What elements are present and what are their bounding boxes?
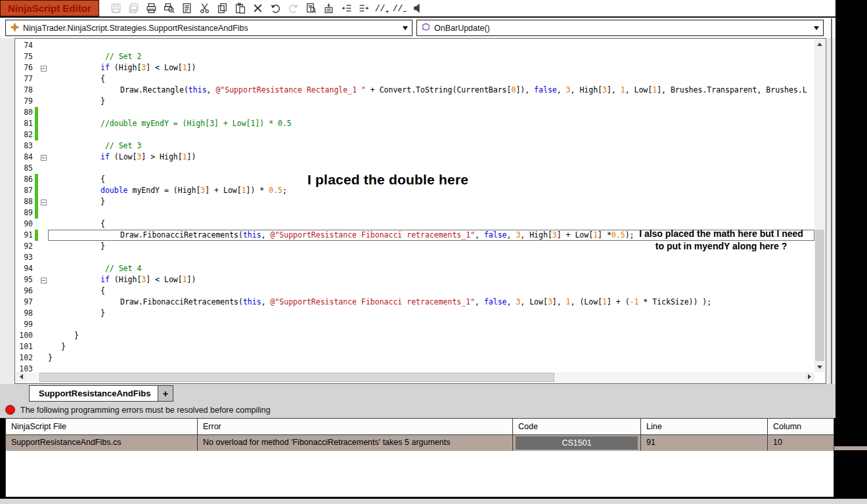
code-segment: } bbox=[100, 197, 105, 206]
chevron-down-icon bbox=[814, 26, 819, 30]
remove-comment-icon[interactable]: //− bbox=[392, 1, 408, 16]
code-segment: ] + Low[ bbox=[557, 230, 593, 240]
column-header-ninjascript-file[interactable]: NinjaScript File bbox=[6, 419, 198, 434]
scroll-left-button[interactable] bbox=[16, 372, 26, 381]
column-header-column[interactable]: Column bbox=[768, 419, 834, 434]
code-line-103[interactable]: 103 bbox=[16, 364, 814, 372]
add-comment-icon[interactable]: //+ bbox=[374, 1, 390, 16]
fold-gutter bbox=[39, 308, 48, 319]
save-icon bbox=[108, 1, 124, 16]
code-line-77[interactable]: 77{ bbox=[16, 74, 814, 85]
code-segment: 1 bbox=[602, 297, 607, 306]
code-segment: { bbox=[100, 219, 105, 228]
horizontal-scrollbar[interactable] bbox=[16, 372, 814, 383]
scroll-up-button[interactable] bbox=[814, 39, 825, 49]
minus-icon: − bbox=[41, 278, 47, 284]
code-line-76[interactable]: 76−if (High[3] < Low[1]) bbox=[16, 62, 814, 74]
navigation-bar: NinjaTrader.NinjaScript.Strategies.Suppo… bbox=[0, 18, 835, 38]
fold-collapse-icon[interactable]: − bbox=[39, 62, 48, 74]
fold-gutter bbox=[39, 207, 48, 219]
vertical-scroll-thumb[interactable] bbox=[815, 230, 824, 361]
code-line-88[interactable]: 88−} bbox=[16, 196, 814, 207]
code-line-79[interactable]: 79} bbox=[16, 96, 814, 107]
code-line-99[interactable]: 99 bbox=[16, 319, 814, 330]
change-tracking-bar bbox=[35, 107, 38, 118]
code-line-98[interactable]: 98} bbox=[16, 308, 814, 319]
print-preview-icon[interactable] bbox=[162, 1, 177, 16]
code-segment: , bbox=[475, 297, 484, 306]
code-segment: Draw.Rectangle( bbox=[120, 85, 189, 94]
code-line-80[interactable]: 80 bbox=[16, 107, 814, 118]
vertical-scrollbar[interactable] bbox=[814, 39, 825, 372]
line-number: 79 bbox=[16, 96, 33, 107]
code-line-93[interactable]: 93 bbox=[16, 252, 814, 263]
code-line-97[interactable]: 97Draw.FibonacciRetracements(this, @"Sup… bbox=[16, 297, 814, 308]
column-header-line[interactable]: Line bbox=[641, 419, 768, 434]
code-line-78[interactable]: 78Draw.Rectangle(this, @"SupportResistan… bbox=[16, 85, 814, 96]
toolbar-icons: //+//− bbox=[108, 1, 426, 16]
decrease-indent-icon[interactable] bbox=[339, 1, 355, 16]
properties-icon[interactable] bbox=[179, 1, 195, 16]
code-snippet-icon[interactable] bbox=[321, 1, 337, 16]
code-segment: false bbox=[484, 230, 507, 240]
code-text: if (High[3] < Low[1]) bbox=[48, 62, 814, 74]
fold-collapse-icon[interactable]: − bbox=[39, 152, 48, 163]
code-line-74[interactable]: 74 bbox=[16, 40, 814, 51]
fold-collapse-icon[interactable]: − bbox=[39, 274, 48, 285]
column-header-code[interactable]: Code bbox=[513, 419, 641, 434]
code-line-82[interactable]: 82 bbox=[16, 129, 814, 140]
copy-icon[interactable] bbox=[215, 1, 231, 16]
increase-indent-icon[interactable] bbox=[357, 1, 372, 16]
scroll-right-button[interactable] bbox=[804, 372, 814, 381]
code-line-83[interactable]: 83 // Set 3 bbox=[16, 140, 814, 152]
code-area[interactable]: 7475 // Set 276−if (High[3] < Low[1])77{… bbox=[16, 39, 814, 372]
code-line-100[interactable]: 100} bbox=[16, 330, 814, 341]
method-selector-dropdown[interactable]: * OnBarUpdate() bbox=[416, 20, 824, 36]
error-row[interactable]: SupportResistanceAndFibs.csNo overload f… bbox=[6, 435, 834, 451]
code-segment: 1 bbox=[183, 63, 187, 72]
code-editor[interactable]: 7475 // Set 276−if (High[3] < Low[1])77{… bbox=[14, 38, 826, 384]
column-header-error[interactable]: Error bbox=[198, 419, 513, 434]
add-tab-button[interactable]: + bbox=[158, 385, 173, 402]
find-icon[interactable] bbox=[303, 1, 319, 16]
code-line-94[interactable]: 94 // Set 4 bbox=[16, 263, 814, 274]
tab-supportresistanceandfibs[interactable]: SupportResistanceAndFibs bbox=[29, 385, 160, 402]
code-segment: 3 bbox=[552, 230, 557, 240]
horizontal-scroll-thumb[interactable] bbox=[39, 373, 554, 382]
code-segment: { bbox=[100, 286, 105, 295]
code-line-81[interactable]: 81//double myEndY = (High[3] + Low[1]) *… bbox=[16, 118, 814, 129]
code-segment: ], bbox=[607, 85, 621, 94]
arrow-right-icon bbox=[808, 374, 811, 379]
code-text bbox=[48, 129, 814, 140]
code-text: } bbox=[48, 352, 814, 364]
code-segment: this bbox=[243, 230, 261, 240]
paste-icon[interactable] bbox=[233, 1, 248, 16]
code-segment: ]), bbox=[516, 85, 534, 94]
undo-icon[interactable] bbox=[268, 1, 284, 16]
code-line-101[interactable]: 101} bbox=[16, 341, 814, 352]
code-segment: if bbox=[100, 63, 110, 72]
code-line-95[interactable]: 95−if (High[3] < Low[1]) bbox=[16, 274, 814, 285]
code-text: } bbox=[48, 96, 814, 107]
delete-icon[interactable] bbox=[250, 1, 266, 16]
compile-icon[interactable] bbox=[410, 1, 426, 16]
code-line-75[interactable]: 75 // Set 2 bbox=[16, 51, 814, 62]
code-line-84[interactable]: 84−if (Low[3] > High[1]) bbox=[16, 152, 814, 163]
fold-gutter bbox=[39, 74, 48, 85]
fold-collapse-icon[interactable]: − bbox=[39, 196, 48, 207]
class-selector-dropdown[interactable]: NinjaTrader.NinjaScript.Strategies.Suppo… bbox=[5, 20, 412, 36]
fold-gutter bbox=[39, 96, 48, 107]
code-line-89[interactable]: 89 bbox=[16, 207, 814, 219]
fold-gutter bbox=[39, 219, 48, 230]
code-segment: , bbox=[475, 230, 484, 240]
scroll-down-button[interactable] bbox=[814, 362, 825, 372]
line-number: 84 bbox=[16, 152, 33, 163]
code-line-102[interactable]: 102} bbox=[16, 352, 814, 364]
code-line-96[interactable]: 96{ bbox=[16, 285, 814, 297]
cut-icon[interactable] bbox=[197, 1, 213, 16]
fold-gutter bbox=[39, 352, 48, 364]
print-icon[interactable] bbox=[144, 1, 160, 16]
code-text: { bbox=[48, 74, 814, 85]
code-segment: } bbox=[100, 242, 105, 251]
error-code-cell: CS1501 bbox=[513, 435, 641, 451]
